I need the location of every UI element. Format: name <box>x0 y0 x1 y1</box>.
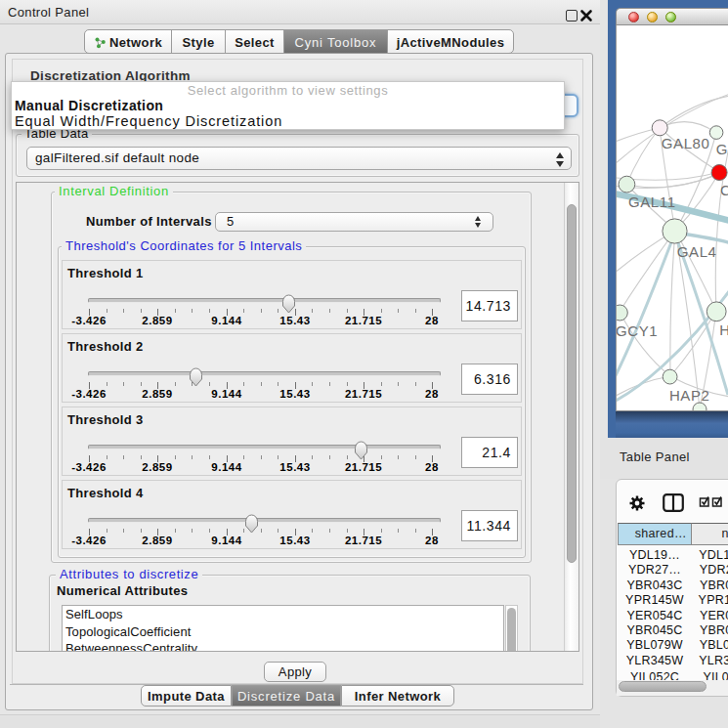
svg-text:GAL4: GAL4 <box>677 243 717 260</box>
svg-text:CD: CD <box>720 182 728 198</box>
svg-text:GAL11: GAL11 <box>628 193 676 210</box>
svg-text:GCY1: GCY1 <box>617 322 658 339</box>
svg-text:GA: GA <box>716 141 728 157</box>
svg-text:HA: HA <box>719 321 728 338</box>
svg-text:GAL80: GAL80 <box>662 135 710 151</box>
svg-text:HAP2: HAP2 <box>669 387 710 404</box>
